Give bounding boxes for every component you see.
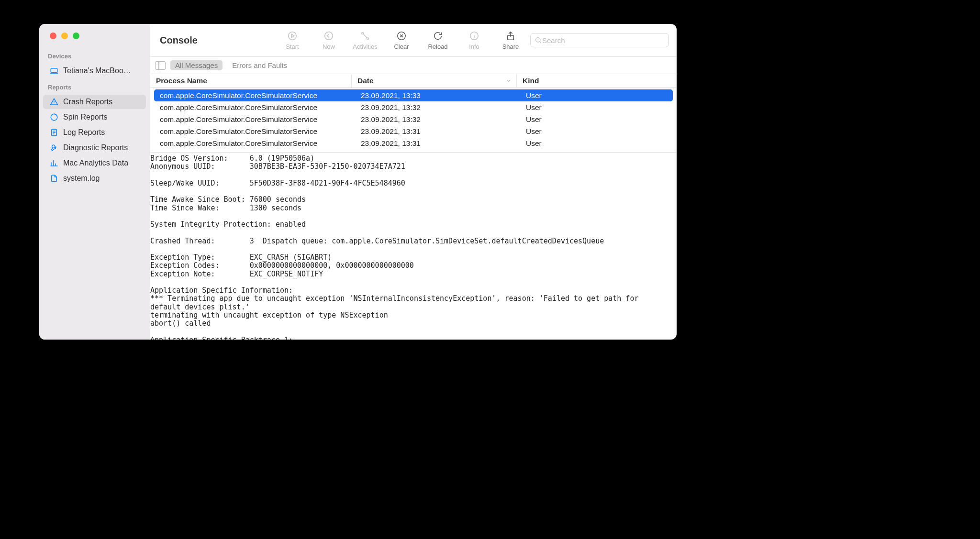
cell-process: com.apple.CoreSimulator.CoreSimulatorSer… [157,115,358,124]
column-process[interactable]: Process Name [150,74,351,87]
play-icon [287,31,298,41]
report-detail[interactable]: Bridge OS Version: 6.0 (19P50506a) Anony… [150,152,677,340]
search-input[interactable] [542,36,665,44]
toolbar-label: Info [469,43,479,50]
reload-icon [433,31,443,41]
cell-process: com.apple.CoreSimulator.CoreSimulatorSer… [157,127,358,136]
toolbar: Console Start Now Activities Clear [150,24,677,56]
console-window: Devices Tetiana's MacBoo… Reports Crash … [39,24,677,340]
svg-point-4 [325,32,333,40]
table-row[interactable]: com.apple.CoreSimulator.CoreSimulatorSer… [154,113,673,125]
minimize-button[interactable] [61,33,68,39]
chart-icon [50,159,58,167]
chevron-down-icon [506,78,512,84]
warning-icon [50,98,58,106]
filter-bar: All Messages Errors and Faults [150,56,677,74]
clear-button[interactable]: Clear [389,31,414,50]
toolbar-label: Clear [394,43,409,50]
sidebar-item-diagnostic-reports[interactable]: Diagnostic Reports [43,141,146,155]
toolbar-label: Now [323,43,335,50]
sidebar-toggle-button[interactable] [155,61,166,70]
column-kind[interactable]: Kind [516,74,677,87]
toolbar-label: Activities [353,43,377,50]
toolbar-label: Share [502,43,519,50]
sidebar-header-reports: Reports [39,79,150,94]
laptop-icon [50,66,58,75]
svg-rect-0 [51,68,57,73]
sidebar-label: system.log [63,174,100,183]
table-row[interactable]: com.apple.CoreSimulator.CoreSimulatorSer… [154,137,673,149]
sidebar-item-system-log[interactable]: system.log [43,171,146,186]
table-header: Process Name Date Kind [150,74,677,88]
cell-process: com.apple.CoreSimulator.CoreSimulatorSer… [157,139,358,148]
device-label: Tetiana's MacBoo… [63,66,131,75]
start-button[interactable]: Start [279,31,305,50]
cell-date: 23.09.2021, 13:31 [358,127,523,136]
file-icon [50,174,58,183]
sidebar-label: Mac Analytics Data [63,159,128,167]
sidebar-item-log-reports[interactable]: Log Reports [43,125,146,140]
sidebar-header-devices: Devices [39,48,150,63]
zoom-button[interactable] [73,33,79,39]
sidebar-item-spin-reports[interactable]: Spin Reports [43,110,146,124]
cell-kind: User [523,103,670,112]
search-field[interactable] [530,33,669,47]
sidebar-label: Crash Reports [63,98,112,106]
spinner-icon [50,113,58,121]
sidebar-item-crash-reports[interactable]: Crash Reports [43,95,146,109]
cell-kind: User [523,115,670,124]
info-icon [469,31,479,41]
window-title: Console [158,35,198,46]
window-controls [39,33,150,48]
cell-date: 23.09.2021, 13:32 [358,103,523,112]
sidebar-label: Spin Reports [63,113,108,121]
report-list[interactable]: com.apple.CoreSimulator.CoreSimulatorSer… [150,88,677,152]
reload-button[interactable]: Reload [425,31,451,50]
toolbar-buttons: Start Now Activities Clear Reload [279,31,523,50]
filter-all-messages[interactable]: All Messages [170,60,223,70]
svg-point-10 [536,38,540,42]
cell-kind: User [523,139,670,148]
sidebar-label: Log Reports [63,128,105,137]
cell-kind: User [523,91,670,100]
cell-kind: User [523,127,670,136]
cell-date: 23.09.2021, 13:31 [358,139,523,148]
log-icon [50,128,58,137]
share-icon [505,31,516,41]
main-pane: Console Start Now Activities Clear [150,24,677,340]
sidebar-item-device[interactable]: Tetiana's MacBoo… [43,64,146,78]
cell-date: 23.09.2021, 13:33 [358,91,523,100]
table-row[interactable]: com.apple.CoreSimulator.CoreSimulatorSer… [154,89,673,101]
search-icon [535,36,542,44]
now-icon [323,31,334,41]
tools-icon [50,143,58,152]
activities-button[interactable]: Activities [352,31,378,50]
info-button[interactable]: Info [461,31,487,50]
clear-icon [396,31,407,41]
cell-process: com.apple.CoreSimulator.CoreSimulatorSer… [157,103,358,112]
column-date[interactable]: Date [351,74,516,87]
sidebar-item-mac-analytics[interactable]: Mac Analytics Data [43,156,146,170]
close-button[interactable] [50,33,56,39]
now-button[interactable]: Now [316,31,342,50]
table-row[interactable]: com.apple.CoreSimulator.CoreSimulatorSer… [154,125,673,137]
svg-point-3 [289,32,297,40]
column-date-label: Date [357,77,374,85]
toolbar-label: Reload [428,43,447,50]
cell-date: 23.09.2021, 13:32 [358,115,523,124]
sidebar-label: Diagnostic Reports [63,143,128,152]
sidebar: Devices Tetiana's MacBoo… Reports Crash … [39,24,150,340]
activities-icon [360,31,370,41]
toolbar-label: Start [286,43,299,50]
cell-process: com.apple.CoreSimulator.CoreSimulatorSer… [157,91,358,100]
share-button[interactable]: Share [498,31,523,50]
filter-errors-faults[interactable]: Errors and Faults [227,60,292,70]
table-row[interactable]: com.apple.CoreSimulator.CoreSimulatorSer… [154,101,673,113]
